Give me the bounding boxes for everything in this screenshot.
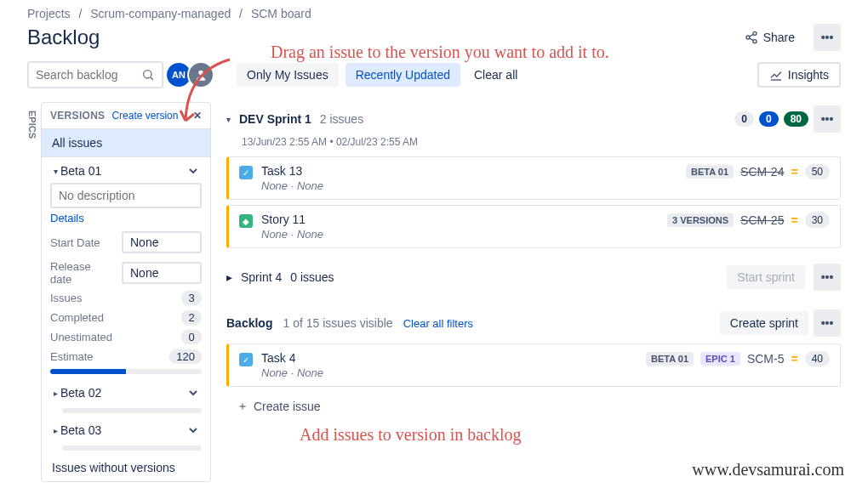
filter-only-my[interactable]: Only My Issues [237,63,339,87]
version-beta03[interactable]: ▸ Beta 03 [42,417,210,444]
priority-icon: = [791,352,797,366]
footer-url: www.devsamurai.com [692,460,844,479]
sprint-more-button[interactable]: ••• [814,264,841,291]
backlog-more-button[interactable]: ••• [814,309,841,337]
avatar-group[interactable]: AN [170,61,214,88]
progress-placeholder [62,445,202,451]
issue-key[interactable]: SCM-25 [740,213,784,227]
issue-key[interactable]: SCM-24 [740,165,784,179]
svg-point-1 [746,36,750,39]
chevron-right-icon[interactable]: ▸ [226,270,232,284]
issue-card[interactable]: ◆ Story 11 None · None 3 VERSIONS SCM-25… [226,205,841,248]
unestimated-label: Unestimated [50,331,112,343]
share-icon [745,31,758,44]
start-date-label: Start Date [50,236,115,249]
version-badge: 3 VERSIONS [667,213,734,227]
issue-card[interactable]: ✓ Task 4 None · None BETA 01 EPIC 1 SCM-… [226,343,841,387]
svg-line-4 [749,38,753,41]
all-issues-filter[interactable]: All issues [42,128,210,157]
chevron-right-icon: ▸ [50,426,60,435]
versions-header: VERSIONS [50,110,105,122]
search-input[interactable] [36,68,141,82]
breadcrumb-project[interactable]: Scrum-company-managed [90,7,231,20]
chevron-down-icon[interactable]: ▾ [226,115,231,124]
issue-key[interactable]: SCM-5 [747,352,785,366]
insights-button[interactable]: Insights [757,62,841,88]
todo-pill: 0 [734,111,754,127]
chevron-right-icon: ▸ [50,389,60,398]
completed-count: 2 [181,310,202,325]
version-beta01: ▾ Beta 01 Details Start Date None Releas… [42,157,210,379]
breadcrumb-sep: / [239,7,243,20]
breadcrumb-board[interactable]: SCM board [251,7,311,20]
issue-title: Task 13 [261,164,686,178]
description-field[interactable] [50,183,202,208]
estimate-badge: 40 [805,351,830,366]
sprint-name: DEV Sprint 1 [239,112,311,126]
sprint-header: ▾ DEV Sprint 1 2 issues 0 0 80 ••• [226,105,841,133]
done-pill: 80 [784,111,808,127]
issue-meta: None · None [261,366,646,379]
more-button[interactable]: ••• [814,24,841,51]
version-menu-caret[interactable] [185,162,202,179]
inprogress-pill: 0 [759,111,779,127]
priority-icon: = [791,165,797,179]
clear-filters-link[interactable]: Clear all filters [403,317,473,330]
estimate-label: Estimate [50,350,94,363]
version-name: Beta 02 [60,386,185,400]
start-date-field[interactable]: None [122,231,202,253]
version-badge: BETA 01 [686,165,734,179]
create-version-link[interactable]: Create version [111,110,178,122]
page-title: Backlog [27,26,100,49]
issue-title: Story 11 [261,213,667,226]
breadcrumb: Projects / Scrum-company-managed / SCM b… [0,0,868,20]
create-issue-label: Create issue [254,400,321,413]
sprint-dates: 13/Jun/23 2:55 AM • 02/Jul/23 2:55 AM [242,136,841,148]
sprint-name: Sprint 4 [241,270,282,284]
version-name: Beta 01 [60,164,185,178]
svg-point-7 [198,71,203,75]
breadcrumb-projects[interactable]: Projects [27,7,71,20]
share-button[interactable]: Share [736,26,803,49]
main-content: ▾ DEV Sprint 1 2 issues 0 0 80 ••• 13/Ju… [211,102,868,482]
backlog-header: Backlog 1 of 15 issues visible Clear all… [226,309,841,337]
svg-line-6 [151,77,153,80]
backlog-info: 1 of 15 issues visible [283,316,392,330]
version-menu-caret[interactable] [185,422,202,439]
breadcrumb-sep: / [78,7,82,20]
sprint-count: 2 issues [320,112,363,126]
toolbar: AN Only My Issues Recently Updated Clear… [0,58,868,95]
svg-point-2 [753,40,757,43]
estimate-badge: 50 [805,164,830,179]
release-date-field[interactable]: None [122,262,202,284]
completed-label: Completed [50,311,104,324]
insights-label: Insights [788,68,829,82]
issue-card[interactable]: ✓ Task 13 None · None BETA 01 SCM-24 = 5… [226,156,841,200]
close-icon[interactable]: ✕ [193,110,202,122]
versions-panel: VERSIONS Create version ✕ All issues ▾ B… [41,102,211,482]
progress-placeholder [62,408,202,413]
svg-line-3 [749,34,753,37]
search-box[interactable] [27,61,163,88]
share-label: Share [763,31,795,44]
sprint-count: 0 issues [290,270,334,284]
epic-badge: EPIC 1 [700,352,740,366]
version-menu-caret[interactable] [185,384,202,401]
epics-tab[interactable]: EPICS [27,102,41,482]
unestimated-count: 0 [181,330,202,344]
person-icon [194,68,208,82]
create-issue-button[interactable]: ＋ Create issue [226,392,841,421]
create-sprint-button[interactable]: Create sprint [720,311,808,335]
issue-title: Task 4 [261,351,646,365]
details-link[interactable]: Details [50,212,84,224]
sprint-more-button[interactable]: ••• [814,105,841,133]
search-icon [141,68,155,82]
filter-recent[interactable]: Recently Updated [345,63,460,87]
estimate-badge: 30 [805,213,830,228]
avatar-unassigned[interactable] [187,61,214,88]
version-toggle[interactable]: ▾ Beta 01 [50,162,202,179]
plus-icon: ＋ [237,399,248,414]
version-beta02[interactable]: ▸ Beta 02 [42,379,210,406]
clear-all[interactable]: Clear all [467,68,524,82]
issues-without-versions[interactable]: Issues without versions [42,454,210,481]
